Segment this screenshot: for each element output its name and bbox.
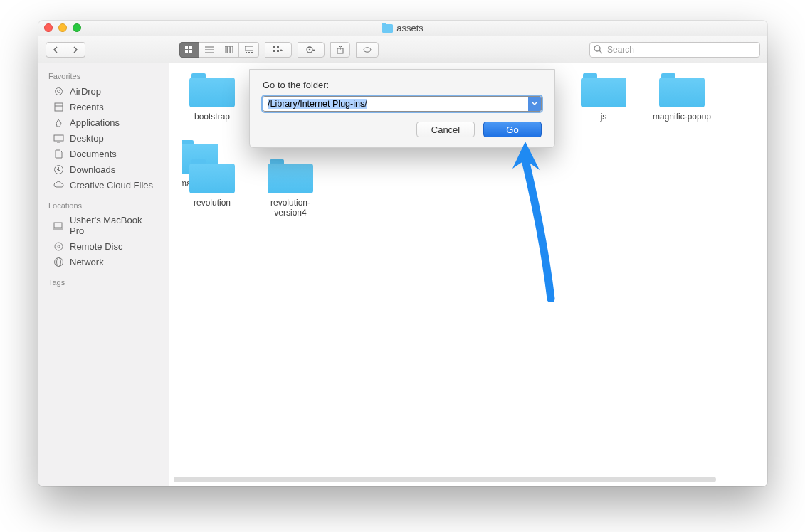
svg-point-24 [57, 90, 60, 92]
list-view-button[interactable] [199, 42, 219, 58]
file-name: revolution-version4 [261, 198, 320, 218]
nav-buttons [46, 42, 85, 58]
file-name: js [601, 112, 607, 122]
svg-rect-15 [277, 46, 279, 48]
svg-rect-28 [54, 135, 63, 141]
search-field[interactable] [589, 42, 760, 58]
file-name: magnific-popup [653, 112, 711, 122]
sidebar-item-label: Remote Disc [70, 241, 122, 252]
file-name: revolution [194, 198, 231, 208]
svg-rect-12 [248, 52, 250, 53]
network-icon [53, 256, 64, 267]
svg-point-33 [55, 243, 63, 250]
view-buttons [179, 42, 259, 58]
combo-arrow-button[interactable] [528, 97, 541, 111]
documents-icon [53, 148, 64, 159]
goto-path-input[interactable] [263, 96, 542, 112]
svg-rect-1 [189, 46, 192, 49]
tags-button[interactable] [356, 42, 379, 58]
folder-icon [659, 73, 705, 107]
file-item[interactable]: bootstrap [182, 73, 242, 122]
svg-rect-3 [189, 50, 192, 53]
column-view-button[interactable] [219, 42, 239, 58]
sidebar-item-label: Recents [70, 102, 104, 112]
sidebar-item-desktop[interactable]: Desktop [38, 130, 169, 146]
sidebar-item-label: Network [70, 257, 104, 267]
file-item[interactable]: revolution-version4 [261, 159, 320, 218]
svg-rect-16 [273, 50, 275, 52]
search-icon [594, 45, 603, 54]
sidebar: Favorites AirDrop Recents Applications D… [38, 63, 169, 486]
file-name: bootstrap [194, 112, 230, 122]
folder-icon [268, 159, 313, 193]
svg-rect-7 [225, 46, 227, 53]
folder-icon [189, 159, 235, 193]
sidebar-item-airdrop[interactable]: AirDrop [38, 83, 169, 99]
sidebar-item-label: Usher's MacBook Pro [70, 215, 159, 236]
svg-rect-0 [185, 46, 188, 49]
sidebar-item-network[interactable]: Network [38, 254, 169, 270]
cancel-button[interactable]: Cancel [416, 122, 475, 137]
laptop-icon [53, 220, 64, 231]
sidebar-item-laptop[interactable]: Usher's MacBook Pro [38, 213, 169, 238]
svg-line-23 [599, 50, 602, 53]
file-item[interactable]: js [574, 73, 633, 122]
sidebar-item-documents[interactable]: Documents [38, 146, 169, 161]
sidebar-item-label: Creative Cloud Files [70, 180, 153, 191]
gallery-view-button[interactable] [239, 42, 259, 58]
folder-icon [382, 24, 393, 33]
sidebar-item-recents[interactable]: Recents [38, 99, 169, 115]
svg-point-34 [58, 245, 60, 248]
arrange-button[interactable] [265, 42, 292, 58]
svg-rect-31 [54, 223, 62, 228]
scrollbar-thumb[interactable] [174, 477, 716, 482]
toolbar [38, 36, 767, 63]
applications-icon [53, 117, 64, 128]
file-item[interactable]: revolution [182, 159, 242, 218]
zoom-window-icon[interactable] [73, 23, 81, 32]
sidebar-item-label: Downloads [70, 164, 115, 175]
sidebar-item-label: Desktop [70, 133, 104, 144]
sidebar-header-locations: Locations [38, 198, 169, 213]
horizontal-scrollbar[interactable] [174, 475, 763, 484]
svg-point-22 [594, 46, 600, 51]
window-title: assets [382, 23, 423, 33]
svg-rect-2 [185, 50, 188, 53]
airdrop-icon [53, 85, 64, 97]
go-button[interactable]: Go [483, 122, 542, 137]
svg-rect-14 [273, 46, 275, 48]
search-input[interactable] [589, 42, 760, 58]
sidebar-item-applications[interactable]: Applications [38, 115, 169, 130]
goto-folder-dialog: Go to the folder: Cancel Go [249, 69, 555, 148]
sidebar-item-label: AirDrop [70, 86, 101, 97]
svg-rect-9 [231, 46, 233, 53]
sidebar-header-tags: Tags [38, 275, 169, 289]
svg-rect-11 [246, 52, 247, 53]
file-item[interactable]: magnific-popup [652, 73, 712, 122]
svg-point-19 [309, 48, 311, 50]
forward-button[interactable] [65, 42, 85, 58]
svg-rect-13 [251, 52, 253, 53]
share-button[interactable] [330, 42, 350, 58]
window-title-text: assets [396, 23, 423, 33]
svg-point-21 [364, 47, 371, 51]
svg-point-25 [55, 87, 62, 95]
goto-label: Go to the folder: [263, 80, 542, 90]
creative-cloud-icon [53, 179, 64, 191]
desktop-icon [53, 132, 64, 144]
sidebar-item-remote-disc[interactable]: Remote Disc [38, 238, 169, 254]
svg-rect-10 [245, 46, 253, 50]
back-button[interactable] [46, 42, 65, 58]
action-button[interactable] [298, 42, 325, 58]
sidebar-item-creative-cloud[interactable]: Creative Cloud Files [38, 177, 169, 193]
remote-disc-icon [53, 240, 64, 252]
svg-rect-26 [55, 103, 63, 111]
minimize-window-icon[interactable] [58, 23, 67, 32]
sidebar-item-label: Documents [70, 149, 117, 159]
sidebar-header-favorites: Favorites [38, 69, 169, 83]
sidebar-item-downloads[interactable]: Downloads [38, 161, 169, 177]
recents-icon [53, 101, 64, 112]
close-window-icon[interactable] [44, 23, 53, 32]
folder-icon [581, 73, 626, 107]
icon-view-button[interactable] [179, 42, 199, 58]
